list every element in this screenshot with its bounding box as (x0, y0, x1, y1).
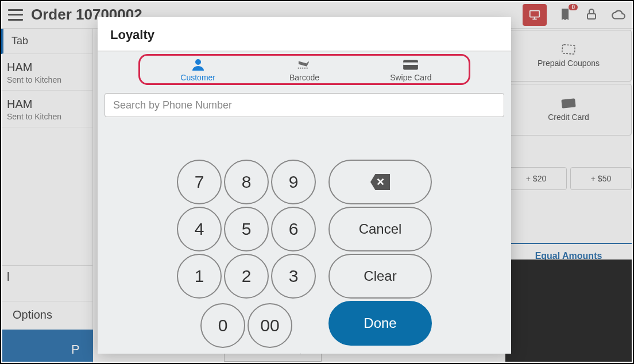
done-button[interactable]: Done (328, 301, 432, 346)
key-8[interactable]: 8 (224, 160, 269, 204)
keypad: 7 8 9 4 5 6 1 2 3 0 00 ✕ (105, 160, 504, 346)
search-input[interactable] (105, 93, 504, 117)
key-1[interactable]: 1 (177, 254, 222, 299)
svg-point-4 (195, 59, 201, 65)
key-00[interactable]: 00 (248, 303, 292, 348)
backspace-icon: ✕ (370, 174, 390, 190)
tab-customer[interactable]: Customer (145, 58, 251, 82)
tab-barcode[interactable]: Barcode (251, 58, 357, 82)
key-7[interactable]: 7 (177, 160, 222, 204)
key-6[interactable]: 6 (271, 207, 316, 251)
clear-button[interactable]: Clear (328, 254, 432, 299)
svg-rect-6 (403, 63, 418, 65)
key-3[interactable]: 3 (271, 254, 316, 299)
modal-title: Loyalty (98, 17, 511, 52)
key-0[interactable]: 0 (200, 303, 245, 348)
key-5[interactable]: 5 (224, 207, 269, 251)
tab-swipe-card[interactable]: Swipe Card (358, 58, 464, 82)
key-backspace[interactable]: ✕ (328, 160, 432, 204)
key-9[interactable]: 9 (271, 160, 316, 204)
lookup-tabs-highlight: Customer Barcode Swipe Card (138, 54, 470, 85)
key-2[interactable]: 2 (224, 254, 269, 299)
cancel-button[interactable]: Cancel (328, 207, 432, 251)
loyalty-modal: Loyalty Customer Barcode Swipe Card 7 8 (98, 17, 511, 350)
key-4[interactable]: 4 (177, 207, 222, 251)
